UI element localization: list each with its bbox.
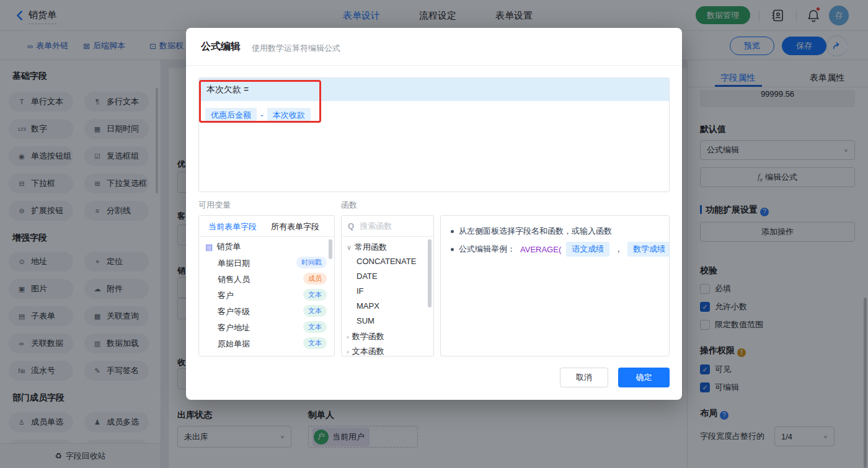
function-group-common[interactable]: ∨ 常用函数 bbox=[347, 242, 387, 253]
variable-row[interactable]: 单据日期 bbox=[218, 258, 250, 269]
chevron-right-icon: › bbox=[347, 333, 349, 340]
variables-panel: 当前表单字段 所有表单字段 ▤ 销货单 单据日期 时间戳 销售人员 成员 客户 … bbox=[198, 215, 335, 356]
search-input[interactable] bbox=[358, 221, 420, 231]
variables-label: 可用变量 bbox=[198, 200, 231, 211]
formula-edit-modal: 公式编辑 使用数学运算符编辑公式 ✕ 本次欠款 = 优惠后金额 - 本次收款 可… bbox=[186, 28, 682, 400]
type-badge: 文本 bbox=[303, 305, 327, 317]
variable-row[interactable]: 销售人员 bbox=[218, 274, 250, 285]
functions-scrollbar[interactable] bbox=[428, 239, 432, 307]
chevron-down-icon: ∨ bbox=[347, 244, 352, 252]
variable-row[interactable]: 原始单据 bbox=[218, 338, 250, 350]
function-item[interactable]: MAPX bbox=[356, 301, 379, 311]
document-icon: ▤ bbox=[205, 242, 213, 252]
form-tree-node[interactable]: ▤ 销货单 bbox=[205, 241, 241, 252]
divider bbox=[186, 65, 682, 66]
variable-row[interactable]: 客户 bbox=[218, 290, 234, 301]
bullet bbox=[451, 230, 454, 233]
search-icon: Q bbox=[348, 221, 354, 231]
type-badge: 文本 bbox=[303, 321, 327, 333]
app-window: 销货单 表单设计 流程设定 表单设置 数据管理 存 ∞ 表单外链 ⊠ 后端脚本 bbox=[0, 0, 868, 468]
functions-label: 函数 bbox=[341, 200, 357, 211]
modal-title: 公式编辑 bbox=[201, 40, 241, 53]
function-group-math[interactable]: › 数学函数 bbox=[347, 331, 384, 342]
modal-subtitle: 使用数学运算符编辑公式 bbox=[252, 43, 340, 54]
variables-tabs: 当前表单字段 所有表单字段 bbox=[199, 216, 334, 237]
example-chip: 数学成绩 bbox=[627, 242, 670, 257]
function-item[interactable]: DATE bbox=[356, 272, 378, 281]
annotation-box bbox=[199, 80, 321, 123]
type-badge: 文本 bbox=[303, 289, 327, 301]
tab-all-form-fields[interactable]: 所有表单字段 bbox=[271, 221, 319, 232]
function-item[interactable]: CONCATENATE bbox=[356, 257, 416, 266]
function-name: AVERAGE( bbox=[520, 245, 561, 254]
tip-line-2: 公式编辑举例：AVERAGE( 语文成绩 ， 数学成绩 ) bbox=[451, 242, 670, 257]
type-badge: 文本 bbox=[303, 337, 327, 349]
group-label: 常用函数 bbox=[355, 242, 387, 253]
functions-panel: Q ∨ 常用函数 CONCATENATE DATE IF MAPX SUM › … bbox=[341, 215, 434, 356]
variables-scrollbar[interactable] bbox=[329, 239, 332, 259]
type-badge: 成员 bbox=[303, 273, 327, 285]
variable-row[interactable]: 客户地址 bbox=[218, 322, 250, 333]
chevron-right-icon: › bbox=[347, 348, 349, 355]
type-badge: 时间戳 bbox=[296, 257, 327, 268]
tip-line-1: 从左侧面板选择字段名和函数，或输入函数 bbox=[451, 226, 612, 237]
function-item[interactable]: IF bbox=[356, 286, 364, 296]
close-icon[interactable]: ✕ bbox=[838, 39, 854, 55]
cancel-button[interactable]: 取消 bbox=[560, 368, 608, 387]
example-chip: 语文成绩 bbox=[566, 242, 609, 257]
variable-row[interactable]: 客户等级 bbox=[218, 306, 250, 317]
group-label: 文本函数 bbox=[352, 346, 384, 356]
function-item[interactable]: SUM bbox=[356, 316, 374, 325]
tab-current-form-fields[interactable]: 当前表单字段 bbox=[208, 221, 257, 232]
function-search[interactable]: Q bbox=[342, 216, 433, 237]
confirm-button[interactable]: 确定 bbox=[618, 368, 670, 387]
group-label: 数学函数 bbox=[352, 331, 384, 342]
function-group-text[interactable]: › 文本函数 bbox=[347, 346, 384, 356]
bullet bbox=[451, 248, 454, 251]
tips-panel: 从左侧面板选择字段名和函数，或输入函数 公式编辑举例：AVERAGE( 语文成绩… bbox=[440, 215, 670, 356]
form-name: 销货单 bbox=[216, 241, 241, 252]
